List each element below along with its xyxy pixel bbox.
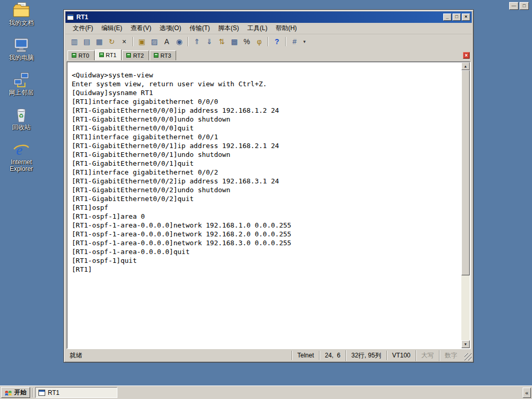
- disconnect-icon[interactable]: ×: [118, 36, 130, 47]
- menu-item[interactable]: 工具(L): [243, 23, 272, 34]
- download-icon[interactable]: ⇓: [204, 36, 215, 47]
- status-bar: 就绪 Telnet 24, 6 32行, 95列 VT100 大写 数字: [65, 350, 472, 361]
- status-ready: 就绪: [70, 351, 291, 360]
- transfer-icon[interactable]: ⇅: [216, 36, 228, 47]
- scroll-up-icon[interactable]: ▲: [461, 62, 470, 70]
- session-tab-icon: [126, 53, 131, 58]
- menu-item[interactable]: 传输(T): [185, 23, 214, 34]
- close-button[interactable]: ×: [462, 14, 470, 21]
- desktop-icon-internet-explorer[interactable]: e Internet Explorer: [4, 141, 38, 172]
- terminal-line: [RT1-GigabitEthernet0/0/0]undo shutdown: [72, 115, 460, 124]
- windows-flag-icon: [5, 389, 12, 396]
- toolbar-separator: [188, 37, 189, 46]
- paste-icon[interactable]: ▨: [149, 36, 160, 47]
- session-restore-button[interactable]: □: [520, 2, 529, 10]
- terminal-window: RT1 _ □ × 文件(F)编辑(E)查看(V)选项(O)传输(T)脚本(S)…: [63, 9, 474, 363]
- status-emulation: VT100: [387, 351, 416, 360]
- start-label: 开始: [14, 388, 26, 397]
- status-num-lock: 数字: [439, 350, 462, 361]
- desktop-icon-label: 我的电脑: [9, 55, 34, 61]
- terminal-line: [RT1-ospf-1-area-0.0.0.0]network 192.168…: [72, 238, 460, 247]
- scrollbar-track[interactable]: [461, 70, 470, 340]
- desktop-icon-label: 回收站: [12, 124, 31, 131]
- menu-bar: 文件(F)编辑(E)查看(V)选项(O)传输(T)脚本(S)工具(L)帮助(H): [65, 23, 472, 34]
- my-computer-icon: [12, 37, 30, 54]
- global-options-icon[interactable]: %: [241, 36, 252, 47]
- taskbar-task-rt1[interactable]: RT1: [35, 387, 117, 398]
- window-controls: _ □ ×: [443, 14, 470, 21]
- terminal-line: Enter system view, return user view with…: [72, 79, 460, 88]
- menu-item[interactable]: 帮助(H): [272, 23, 301, 34]
- keymap-icon[interactable]: #: [289, 36, 300, 47]
- desktop-icon-my-computer[interactable]: 我的电脑: [4, 37, 38, 61]
- desktop-icon-recycle-bin[interactable]: ♻ 回收站: [4, 107, 38, 131]
- desktop-icon-my-documents[interactable]: 我的文档: [4, 2, 38, 26]
- minimize-button[interactable]: _: [443, 14, 451, 21]
- reconnect-icon[interactable]: ↻: [106, 36, 117, 47]
- menu-item[interactable]: 选项(O): [155, 23, 185, 34]
- terminal-line: [RT1-GigabitEthernet0/0/1]ip address 192…: [72, 141, 460, 150]
- session-tab-icon: [99, 52, 104, 57]
- terminal-scrollbar: ▲ ▼: [461, 62, 470, 348]
- terminal-line: [RT1-GigabitEthernet0/0/2]undo shutdown: [72, 185, 460, 194]
- copy-icon[interactable]: ▣: [136, 36, 148, 47]
- terminal-line: [RT1-GigabitEthernet0/0/0]ip address 192…: [72, 106, 460, 115]
- svg-text:e: e: [16, 142, 22, 158]
- tab-rt1[interactable]: RT1: [95, 49, 122, 60]
- toolbar-overflow-icon[interactable]: ▾: [301, 36, 308, 47]
- menu-item[interactable]: 编辑(E): [97, 23, 126, 34]
- session-options-icon[interactable]: ▩: [229, 36, 240, 47]
- tab-label: RT3: [161, 52, 171, 59]
- desktop: 我的文档 我的电脑: [0, 0, 532, 399]
- tray-overflow-button[interactable]: «: [523, 388, 531, 398]
- terminal-line: [RT1]interface gigabitethernet 0/0/1: [72, 132, 460, 141]
- status-caps-lock: 大写: [416, 350, 439, 361]
- desktop-icon-label: Internet Explorer: [4, 159, 38, 172]
- help-icon[interactable]: ?: [271, 36, 283, 47]
- desktop-icon-label: 网上邻居: [9, 89, 34, 96]
- tab-label: RT2: [133, 52, 144, 59]
- terminal-line: [RT1-GigabitEthernet0/0/2]ip address 192…: [72, 177, 460, 185]
- session-controls: — □: [509, 2, 529, 10]
- resize-grip[interactable]: [464, 353, 472, 361]
- terminal-line: [RT1-ospf-1-area-0.0.0.0]network 192.168…: [72, 230, 460, 238]
- terminal-screen[interactable]: <Quidway>system-viewEnter system view, r…: [68, 62, 461, 348]
- tab-rt2[interactable]: RT2: [122, 50, 149, 60]
- font-icon[interactable]: A: [161, 36, 172, 47]
- start-button[interactable]: 开始: [1, 387, 30, 398]
- terminal-line: [RT1-ospf-1-area-0.0.0.0]network 192.168…: [72, 221, 460, 230]
- find-icon[interactable]: ◉: [174, 36, 185, 47]
- terminal-area: <Quidway>system-viewEnter system view, r…: [66, 61, 471, 349]
- scrollbar-thumb[interactable]: [461, 70, 470, 275]
- terminal-line: [RT1-ospf-1]quit: [72, 256, 460, 265]
- terminal-line: <Quidway>system-view: [72, 71, 460, 79]
- quick-connect-icon[interactable]: ▥: [69, 36, 80, 47]
- menu-item[interactable]: 文件(F): [69, 23, 97, 34]
- terminal-line: [RT1]interface gigabitethernet 0/0/2: [72, 168, 460, 177]
- maximize-button[interactable]: □: [453, 14, 461, 21]
- taskbar-separator: [32, 388, 33, 397]
- scroll-down-icon[interactable]: ▼: [461, 340, 470, 348]
- desktop-icon-column: 我的文档 我的电脑: [4, 2, 38, 172]
- terminal-line: [RT1]interface gigabitethernet 0/0/0: [72, 97, 460, 106]
- status-protocol: Telnet: [291, 351, 319, 360]
- tab-rt0[interactable]: RT0: [68, 50, 95, 60]
- tab-rt3[interactable]: RT3: [150, 50, 177, 60]
- svg-text:♻: ♻: [19, 113, 24, 119]
- my-documents-icon: [12, 2, 30, 19]
- clone-tab-icon[interactable]: ▦: [94, 36, 105, 47]
- key-icon[interactable]: φ: [254, 36, 265, 47]
- terminal-line: [RT1-GigabitEthernet0/0/1]undo shutdown: [72, 150, 460, 159]
- upload-icon[interactable]: ⇑: [191, 36, 203, 47]
- desktop-icon-network-places[interactable]: 网上邻居: [4, 72, 38, 96]
- tab-close-button[interactable]: ×: [463, 52, 470, 59]
- terminal-line: [RT1]: [72, 265, 460, 274]
- window-titlebar[interactable]: RT1 _ □ ×: [65, 11, 472, 23]
- status-terminal-size: 32行, 95列: [345, 350, 386, 361]
- terminal-line: [Quidway]sysname RT1: [72, 88, 460, 97]
- connect-icon[interactable]: ▤: [81, 36, 92, 47]
- menu-item[interactable]: 脚本(S): [214, 23, 243, 34]
- session-minimize-button[interactable]: —: [509, 2, 518, 10]
- menu-item[interactable]: 查看(V): [126, 23, 155, 34]
- internet-explorer-icon: e: [12, 141, 30, 158]
